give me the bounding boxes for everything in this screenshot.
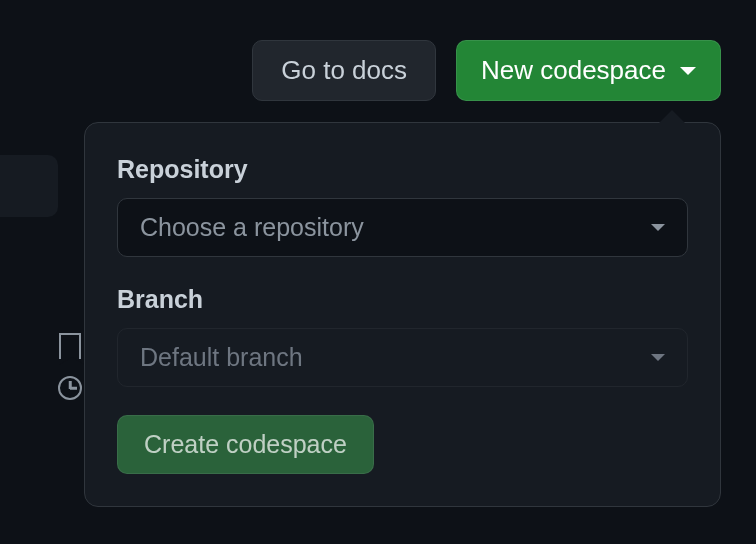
new-codespace-popover: Repository Choose a repository Branch De… [84,122,721,507]
create-codespace-button[interactable]: Create codespace [117,415,374,474]
header-actions: Go to docs New codespace [252,40,721,101]
new-codespace-button[interactable]: New codespace [456,40,721,101]
branch-select-placeholder: Default branch [140,343,303,372]
repository-label: Repository [117,155,688,184]
clock-icon[interactable] [55,373,85,403]
caret-down-icon [651,224,665,231]
go-to-docs-button[interactable]: Go to docs [252,40,436,101]
new-codespace-label: New codespace [481,55,666,86]
branch-field-group: Branch Default branch [117,285,688,387]
caret-down-icon [680,67,696,75]
bookmark-icon[interactable] [55,331,85,361]
caret-down-icon [651,354,665,361]
branch-select: Default branch [117,328,688,387]
sidebar-fragment [0,155,58,475]
repository-select-placeholder: Choose a repository [140,213,364,242]
repository-field-group: Repository Choose a repository [117,155,688,257]
repository-select[interactable]: Choose a repository [117,198,688,257]
branch-label: Branch [117,285,688,314]
sidebar-active-item-edge [0,155,58,217]
popover-arrow [658,110,686,124]
